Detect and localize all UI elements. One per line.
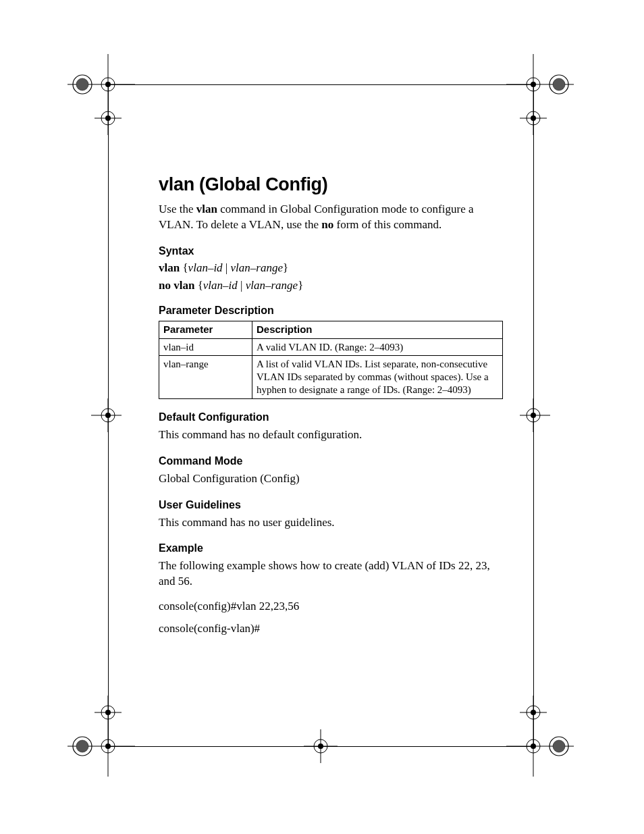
example-line-2: console(config-vlan)# [159,621,503,637]
crop-line [108,84,109,746]
user-guidelines-text: This command has no user guidelines. [159,515,503,531]
registration-mark-icon [68,54,135,135]
registration-mark-icon [68,398,122,432]
syntax-line-1: vlan {vlan–id | vlan–range} [159,261,503,275]
svg-point-34 [76,740,88,752]
text: Use the [159,203,196,215]
arg: vlan–range [246,279,298,292]
table-row: vlan–id A valid VLAN ID. (Range: 2–4093) [159,338,503,356]
arg: vlan–id [188,261,223,274]
svg-point-33 [73,737,92,756]
page: vlan (Global Config) Use the vlan comman… [0,0,644,834]
arg: vlan–id [203,279,238,292]
svg-point-4 [73,75,92,94]
content-area: vlan (Global Config) Use the vlan comman… [159,174,503,646]
syntax-line-2: no vlan {vlan–id | vlan–range} [159,279,503,292]
registration-mark-icon [520,398,574,432]
text: | [223,261,231,274]
heading-parameter-description: Parameter Description [159,305,503,317]
cell-desc: A valid VLAN ID. (Range: 2–4093) [252,338,503,356]
cell-param: vlan–id [159,338,252,356]
crop-line [108,746,533,747]
intro-paragraph: Use the vlan command in Global Configura… [159,202,503,233]
crop-line [533,84,534,746]
cell-desc: A list of valid VLAN IDs. List separate,… [252,356,503,398]
kw: vlan [159,261,180,274]
text: { [194,279,203,292]
text: } [298,279,303,292]
heading-example: Example [159,542,503,554]
table-row: vlan–range A list of valid VLAN IDs. Lis… [159,356,503,398]
heading-default-configuration: Default Configuration [159,411,503,423]
col-parameter: Parameter [159,321,252,338]
arg: vlan–range [231,261,283,274]
parameter-table: Parameter Description vlan–id A valid VL… [159,321,503,399]
example-line-1: console(config)#vlan 22,23,56 [159,599,503,615]
registration-mark-icon [506,54,574,135]
command-title: vlan (Global Config) [159,174,503,195]
svg-point-46 [549,737,568,756]
svg-point-13 [549,75,568,94]
text: form of this command. [333,218,441,231]
default-config-text: This command has no default configuratio… [159,427,503,443]
crop-line [108,84,533,85]
text-bold: vlan [196,203,217,215]
registration-mark-icon [506,696,574,777]
svg-point-14 [553,78,565,90]
table-header-row: Parameter Description [159,321,503,338]
registration-mark-icon [68,696,135,777]
text: | [238,279,246,292]
svg-point-47 [553,740,565,752]
example-intro: The following example shows how to creat… [159,558,503,590]
heading-command-mode: Command Mode [159,455,503,467]
cell-param: vlan–range [159,356,252,398]
kw: no vlan [159,279,194,292]
command-mode-text: Global Configuration (Config) [159,471,503,487]
text-bold: no [321,218,333,231]
heading-syntax: Syntax [159,245,503,257]
heading-user-guidelines: User Guidelines [159,499,503,511]
text: } [283,261,288,274]
text: { [180,261,188,274]
svg-point-5 [76,78,88,90]
col-description: Description [252,321,503,338]
